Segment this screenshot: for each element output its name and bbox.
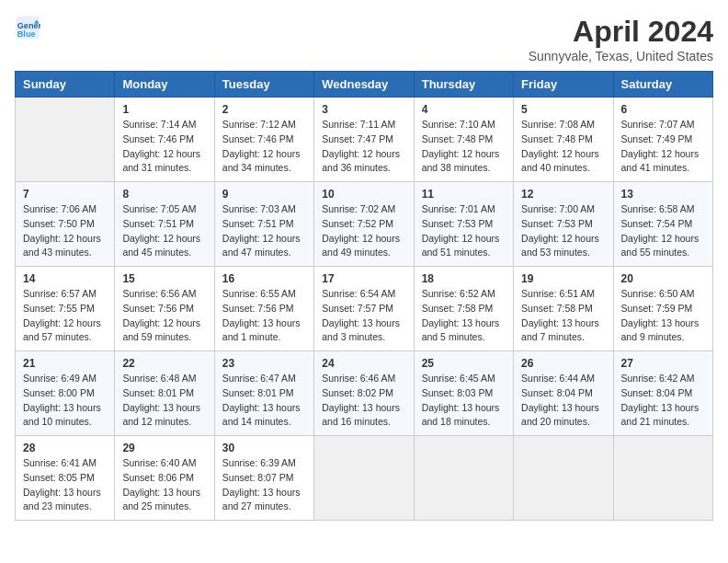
calendar-day-cell: 3Sunrise: 7:11 AMSunset: 7:47 PMDaylight… — [314, 98, 414, 182]
day-detail: Sunrise: 7:10 AMSunset: 7:48 PMDaylight:… — [422, 118, 506, 176]
calendar-day-cell: 14Sunrise: 6:57 AMSunset: 7:55 PMDayligh… — [16, 267, 115, 351]
logo: General Blue — [15, 15, 40, 40]
weekday-header-cell: Monday — [115, 72, 214, 98]
calendar-day-cell: 11Sunrise: 7:01 AMSunset: 7:53 PMDayligh… — [414, 182, 513, 267]
calendar-day-cell: 1Sunrise: 7:14 AMSunset: 7:46 PMDaylight… — [115, 98, 214, 182]
day-detail: Sunrise: 6:46 AMSunset: 8:02 PMDaylight:… — [322, 372, 405, 430]
title-block: April 2024 Sunnyvale, Texas, United Stat… — [529, 15, 713, 63]
day-number: 26 — [521, 357, 605, 370]
calendar-week-row: 21Sunrise: 6:49 AMSunset: 8:00 PMDayligh… — [16, 351, 713, 436]
day-number: 16 — [222, 272, 306, 285]
day-number: 12 — [521, 188, 605, 201]
day-number: 18 — [422, 272, 506, 285]
calendar-day-cell: 13Sunrise: 6:58 AMSunset: 7:54 PMDayligh… — [613, 182, 712, 267]
calendar-body: 1Sunrise: 7:14 AMSunset: 7:46 PMDaylight… — [16, 98, 713, 521]
day-detail: Sunrise: 7:01 AMSunset: 7:53 PMDaylight:… — [422, 202, 506, 260]
day-number: 29 — [122, 442, 206, 454]
day-number: 22 — [122, 357, 206, 370]
day-number: 17 — [322, 272, 405, 285]
location-subtitle: Sunnyvale, Texas, United States — [529, 49, 713, 63]
day-number: 3 — [322, 103, 405, 116]
calendar-day-cell: 4Sunrise: 7:10 AMSunset: 7:48 PMDaylight… — [414, 98, 513, 182]
day-detail: Sunrise: 6:58 AMSunset: 7:54 PMDaylight:… — [621, 202, 705, 260]
day-number: 13 — [621, 188, 705, 201]
day-number: 14 — [23, 272, 107, 285]
calendar-day-cell: 29Sunrise: 6:40 AMSunset: 8:06 PMDayligh… — [115, 436, 214, 521]
day-detail: Sunrise: 7:06 AMSunset: 7:50 PMDaylight:… — [23, 202, 107, 260]
calendar-day-cell: 24Sunrise: 6:46 AMSunset: 8:02 PMDayligh… — [314, 351, 414, 436]
day-detail: Sunrise: 6:42 AMSunset: 8:04 PMDaylight:… — [621, 372, 705, 430]
calendar-day-cell: 28Sunrise: 6:41 AMSunset: 8:05 PMDayligh… — [16, 436, 115, 521]
day-detail: Sunrise: 7:03 AMSunset: 7:51 PMDaylight:… — [222, 202, 306, 260]
calendar-day-cell: 22Sunrise: 6:48 AMSunset: 8:01 PMDayligh… — [115, 351, 214, 436]
day-number: 2 — [222, 103, 306, 116]
calendar-week-row: 28Sunrise: 6:41 AMSunset: 8:05 PMDayligh… — [16, 436, 713, 521]
calendar-day-cell: 8Sunrise: 7:05 AMSunset: 7:51 PMDaylight… — [115, 182, 214, 267]
calendar-day-cell: 21Sunrise: 6:49 AMSunset: 8:00 PMDayligh… — [16, 351, 115, 436]
calendar-week-row: 1Sunrise: 7:14 AMSunset: 7:46 PMDaylight… — [16, 98, 713, 182]
day-number: 10 — [322, 188, 405, 201]
svg-text:Blue: Blue — [17, 29, 36, 39]
calendar-table: SundayMondayTuesdayWednesdayThursdayFrid… — [15, 71, 713, 521]
day-detail: Sunrise: 7:11 AMSunset: 7:47 PMDaylight:… — [322, 118, 405, 176]
weekday-header-cell: Tuesday — [214, 72, 313, 98]
day-number: 11 — [422, 188, 506, 201]
day-detail: Sunrise: 7:07 AMSunset: 7:49 PMDaylight:… — [621, 118, 705, 176]
day-detail: Sunrise: 6:44 AMSunset: 8:04 PMDaylight:… — [521, 372, 605, 430]
calendar-day-cell: 19Sunrise: 6:51 AMSunset: 7:58 PMDayligh… — [514, 267, 613, 351]
day-number: 5 — [521, 103, 605, 116]
day-number: 7 — [23, 188, 107, 201]
day-detail: Sunrise: 6:48 AMSunset: 8:01 PMDaylight:… — [122, 372, 206, 430]
day-detail: Sunrise: 6:51 AMSunset: 7:58 PMDaylight:… — [521, 287, 605, 345]
day-detail: Sunrise: 7:00 AMSunset: 7:53 PMDaylight:… — [521, 202, 605, 260]
weekday-header-cell: Wednesday — [314, 72, 414, 98]
day-number: 6 — [621, 103, 705, 116]
logo-icon: General Blue — [15, 15, 40, 40]
weekday-header-cell: Sunday — [16, 72, 115, 98]
day-number: 9 — [222, 188, 306, 201]
calendar-day-cell: 18Sunrise: 6:52 AMSunset: 7:58 PMDayligh… — [414, 267, 513, 351]
day-detail: Sunrise: 7:14 AMSunset: 7:46 PMDaylight:… — [122, 118, 206, 176]
calendar-day-cell — [314, 436, 414, 521]
day-detail: Sunrise: 6:45 AMSunset: 8:03 PMDaylight:… — [422, 372, 506, 430]
day-number: 25 — [422, 357, 506, 370]
day-detail: Sunrise: 6:41 AMSunset: 8:05 PMDaylight:… — [23, 456, 107, 514]
day-number: 30 — [222, 442, 306, 454]
weekday-header-cell: Thursday — [414, 72, 513, 98]
calendar-day-cell: 20Sunrise: 6:50 AMSunset: 7:59 PMDayligh… — [613, 267, 712, 351]
page-header: General Blue April 2024 Sunnyvale, Texas… — [15, 15, 713, 63]
calendar-day-cell: 10Sunrise: 7:02 AMSunset: 7:52 PMDayligh… — [314, 182, 414, 267]
day-number: 27 — [621, 357, 705, 370]
calendar-day-cell: 26Sunrise: 6:44 AMSunset: 8:04 PMDayligh… — [514, 351, 613, 436]
calendar-week-row: 7Sunrise: 7:06 AMSunset: 7:50 PMDaylight… — [16, 182, 713, 267]
month-year-title: April 2024 — [529, 15, 713, 49]
day-number: 24 — [322, 357, 405, 370]
weekday-header-cell: Friday — [514, 72, 613, 98]
day-detail: Sunrise: 6:40 AMSunset: 8:06 PMDaylight:… — [122, 456, 206, 514]
calendar-day-cell: 12Sunrise: 7:00 AMSunset: 7:53 PMDayligh… — [514, 182, 613, 267]
day-number: 19 — [521, 272, 605, 285]
day-detail: Sunrise: 7:08 AMSunset: 7:48 PMDaylight:… — [521, 118, 605, 176]
day-number: 1 — [122, 103, 206, 116]
day-number: 8 — [122, 188, 206, 201]
day-detail: Sunrise: 6:54 AMSunset: 7:57 PMDaylight:… — [322, 287, 405, 345]
calendar-day-cell — [16, 98, 115, 182]
calendar-day-cell: 27Sunrise: 6:42 AMSunset: 8:04 PMDayligh… — [613, 351, 712, 436]
day-detail: Sunrise: 7:05 AMSunset: 7:51 PMDaylight:… — [122, 202, 206, 260]
day-detail: Sunrise: 6:56 AMSunset: 7:56 PMDaylight:… — [122, 287, 206, 345]
weekday-header-cell: Saturday — [613, 72, 712, 98]
calendar-day-cell — [414, 436, 513, 521]
calendar-day-cell: 25Sunrise: 6:45 AMSunset: 8:03 PMDayligh… — [414, 351, 513, 436]
day-detail: Sunrise: 6:50 AMSunset: 7:59 PMDaylight:… — [621, 287, 705, 345]
calendar-week-row: 14Sunrise: 6:57 AMSunset: 7:55 PMDayligh… — [16, 267, 713, 351]
day-detail: Sunrise: 6:39 AMSunset: 8:07 PMDaylight:… — [222, 456, 306, 514]
day-detail: Sunrise: 6:52 AMSunset: 7:58 PMDaylight:… — [422, 287, 506, 345]
calendar-day-cell: 30Sunrise: 6:39 AMSunset: 8:07 PMDayligh… — [214, 436, 313, 521]
calendar-day-cell: 9Sunrise: 7:03 AMSunset: 7:51 PMDaylight… — [214, 182, 313, 267]
day-detail: Sunrise: 6:57 AMSunset: 7:55 PMDaylight:… — [23, 287, 107, 345]
day-detail: Sunrise: 6:47 AMSunset: 8:01 PMDaylight:… — [222, 372, 306, 430]
calendar-day-cell: 2Sunrise: 7:12 AMSunset: 7:46 PMDaylight… — [214, 98, 313, 182]
calendar-day-cell: 23Sunrise: 6:47 AMSunset: 8:01 PMDayligh… — [214, 351, 313, 436]
day-number: 15 — [122, 272, 206, 285]
day-number: 20 — [621, 272, 705, 285]
